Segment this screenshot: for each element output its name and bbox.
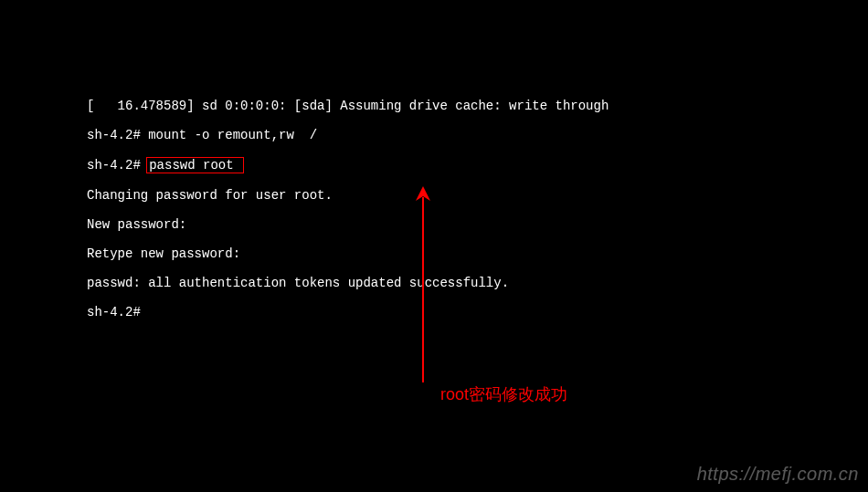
terminal-line: sh-4.2# passwd root	[87, 157, 868, 173]
terminal-line: Retype new password:	[87, 246, 868, 261]
shell-prompt: sh-4.2#	[87, 158, 148, 173]
highlighted-command: passwd root	[146, 157, 244, 173]
terminal-line: sh-4.2# mount -o remount,rw /	[87, 128, 868, 142]
terminal-line: sh-4.2#	[87, 305, 868, 319]
watermark-text: https://mefj.com.cn	[697, 464, 859, 485]
annotation-label: root密码修改成功	[440, 383, 567, 405]
terminal-output[interactable]: [ 16.478589] sd 0:0:0:0: [sda] Assuming …	[0, 0, 868, 334]
terminal-line: Changing password for user root.	[87, 188, 868, 203]
terminal-line: New password:	[87, 217, 868, 232]
terminal-line: [ 16.478589] sd 0:0:0:0: [sda] Assuming …	[87, 99, 868, 113]
terminal-line: passwd: all authentication tokens update…	[87, 276, 868, 290]
command-text: mount -o remount,rw /	[148, 128, 317, 142]
shell-prompt: sh-4.2#	[87, 128, 148, 142]
